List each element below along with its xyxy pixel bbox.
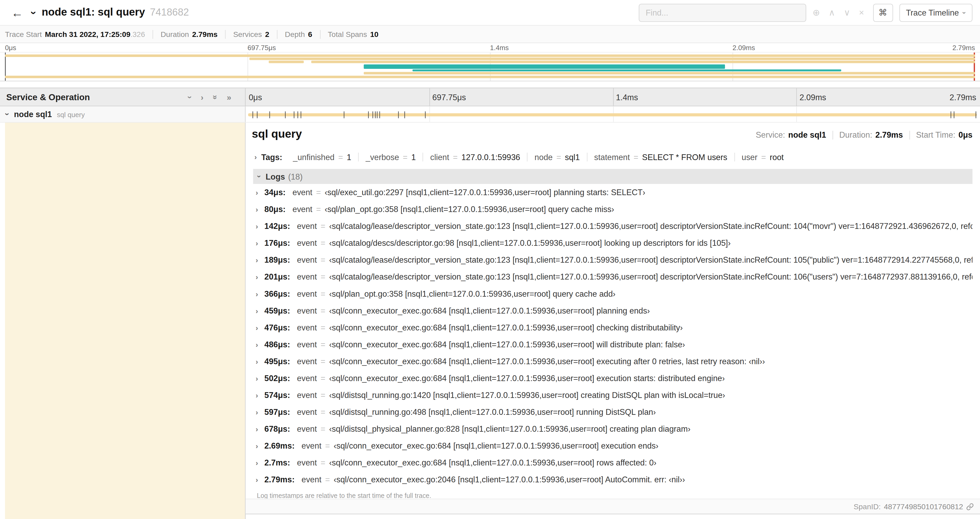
chevron-right-icon: ›: [256, 324, 264, 331]
log-row[interactable]: › 486μs: event = ‹sql/conn_executor_exec…: [256, 336, 972, 353]
log-value: ‹sql/conn_executor_exec.go:684 [nsql1,cl…: [329, 374, 725, 383]
view-options-button[interactable]: Trace Timeline ›: [899, 3, 973, 22]
log-marker: [344, 111, 344, 118]
log-timestamp: 2.79ms:: [264, 475, 295, 484]
minimap-tick-label: 1.4ms: [490, 44, 509, 51]
service-operation-header: Service & Operation › › » »: [0, 88, 245, 106]
summary-value: 6: [308, 30, 312, 38]
tag-key: _unfinished: [293, 152, 334, 162]
tags-row[interactable]: › Tags: _unfinished = 1 _verbose = 1: [252, 149, 972, 165]
log-marker: [368, 111, 369, 118]
chevron-down-icon[interactable]: ›: [29, 11, 39, 14]
summary-duration: Duration 2.79ms: [153, 30, 225, 38]
chevron-down-icon: ›: [256, 175, 263, 177]
minimap-tick-label: 2.79ms: [952, 44, 975, 51]
log-key: event: [293, 204, 312, 214]
log-marker: [373, 111, 373, 118]
next-result-icon[interactable]: ∨: [844, 8, 850, 17]
span-detail-title: sql query: [252, 128, 302, 141]
log-key: event: [293, 188, 312, 197]
tag-key: user: [741, 152, 757, 162]
clear-find-icon[interactable]: ×: [859, 8, 864, 17]
log-row[interactable]: › 366μs: event = ‹sql/plan_opt.go:358 [n…: [256, 285, 972, 302]
chevron-right-icon: ›: [256, 307, 264, 315]
log-timestamp: 80μs:: [264, 204, 286, 214]
chevron-down-icon[interactable]: ›: [3, 113, 11, 115]
service-operation-title: Service & Operation: [6, 92, 189, 102]
chevron-right-icon: ›: [256, 341, 264, 348]
log-row[interactable]: › 459μs: event = ‹sql/conn_executor_exec…: [256, 302, 972, 319]
prev-result-icon[interactable]: ∧: [829, 8, 835, 17]
log-row[interactable]: › 597μs: event = ‹sql/distsql_running.go…: [256, 404, 972, 420]
link-icon[interactable]: [966, 503, 974, 510]
span-row-name-cell[interactable]: › node sql1 sql query: [0, 106, 245, 122]
chevron-right-icon: ›: [256, 222, 264, 230]
log-value: ‹sql/catalog/lease/descriptor_version_st…: [329, 272, 972, 282]
log-marker: [252, 111, 253, 118]
tag-value: SELECT * FROM users: [642, 152, 727, 162]
chevron-right-icon: ›: [256, 256, 264, 263]
log-value: ‹sql/distsql_physical_planner.go:828 [ns…: [329, 424, 690, 434]
equals-sign: =: [325, 441, 330, 451]
expand-all-icon[interactable]: »: [227, 93, 231, 101]
start-time-label: Start Time:: [916, 130, 955, 139]
log-row[interactable]: › 574μs: event = ‹sql/distsql_running.go…: [256, 386, 972, 404]
tag-key: statement: [594, 152, 630, 162]
log-row[interactable]: › 502μs: event = ‹sql/conn_executor_exec…: [256, 370, 972, 386]
span-bar[interactable]: [248, 113, 977, 116]
log-row[interactable]: › 476μs: event = ‹sql/conn_executor_exec…: [256, 319, 972, 336]
log-row[interactable]: › 142μs: event = ‹sql/catalog/lease/desc…: [256, 218, 972, 235]
equals-sign: =: [403, 152, 407, 162]
minimap-span-bar: [269, 61, 304, 63]
log-row[interactable]: › 2.7ms: event = ‹sql/conn_executor_exec…: [256, 454, 972, 471]
target-icon[interactable]: ⊕: [813, 8, 820, 17]
back-button[interactable]: ←: [7, 6, 27, 18]
log-row[interactable]: › 2.79ms: event = ‹sql/conn_executor_exe…: [256, 471, 972, 488]
log-marker: [301, 111, 301, 118]
collapse-controls: › › » »: [189, 93, 231, 101]
log-row[interactable]: › 678μs: event = ‹sql/distsql_physical_p…: [256, 420, 972, 437]
collapse-one-icon[interactable]: ›: [186, 96, 194, 98]
log-value: ‹sql/exec_util.go:2297 [nsql1,client=127…: [325, 188, 645, 197]
minimap-canvas[interactable]: [5, 53, 975, 81]
span-row-timeline-cell: [245, 106, 980, 122]
log-timestamp: 502μs:: [264, 374, 290, 383]
log-value: ‹sql/catalog/descs/descriptor.go:98 [nsq…: [329, 238, 730, 248]
tag-key: client: [430, 152, 449, 162]
log-row[interactable]: › 176μs: event = ‹sql/catalog/descs/desc…: [256, 235, 972, 252]
log-key: event: [297, 424, 317, 434]
log-row[interactable]: › 495μs: event = ‹sql/conn_executor_exec…: [256, 353, 972, 370]
equals-sign: =: [321, 424, 325, 434]
find-input[interactable]: [639, 3, 807, 22]
log-marker: [269, 111, 270, 118]
log-row[interactable]: › 189μs: event = ‹sql/catalog/lease/desc…: [256, 252, 972, 268]
log-row[interactable]: › 201μs: event = ‹sql/catalog/lease/desc…: [256, 268, 972, 285]
log-value: ‹sql/plan_opt.go:358 [nsql1,client=127.0…: [329, 289, 616, 299]
logs-header[interactable]: › Logs (18): [253, 169, 973, 184]
collapse-all-icon[interactable]: »: [211, 95, 219, 99]
chevron-right-icon: ›: [255, 153, 257, 161]
log-key: event: [297, 238, 317, 248]
operation-name: sql query: [57, 110, 85, 118]
equals-sign: =: [321, 458, 325, 468]
log-row[interactable]: › 34μs: event = ‹sql/exec_util.go:2297 […: [256, 184, 972, 201]
summary-total-spans: Total Spans 10: [320, 30, 386, 38]
selected-span-highlight: [5, 123, 245, 519]
log-key: event: [297, 458, 317, 468]
summary-label: Services: [233, 30, 262, 38]
log-value: ‹sql/distsql_running.go:1420 [nsql1,clie…: [329, 390, 725, 400]
equals-sign: =: [325, 475, 330, 484]
expand-one-icon[interactable]: ›: [201, 93, 204, 101]
chevron-right-icon: ›: [256, 273, 264, 281]
log-row[interactable]: › 2.69ms: event = ‹sql/conn_executor_exe…: [256, 437, 972, 454]
ruler-tick-label: 2.79ms: [950, 93, 976, 102]
log-timestamp: 189μs:: [264, 255, 290, 265]
log-value: ‹sql/conn_executor_exec.go:684 [nsql1,cl…: [329, 340, 685, 349]
log-timestamp: 486μs:: [264, 340, 290, 349]
chevron-right-icon: ›: [256, 374, 264, 382]
divider: [832, 131, 833, 139]
keyboard-shortcuts-button[interactable]: ⌘: [873, 3, 893, 22]
log-marker: [398, 111, 399, 118]
log-row[interactable]: › 80μs: event = ‹sql/plan_opt.go:358 [ns…: [256, 201, 972, 218]
log-timestamp: 366μs:: [264, 289, 290, 299]
